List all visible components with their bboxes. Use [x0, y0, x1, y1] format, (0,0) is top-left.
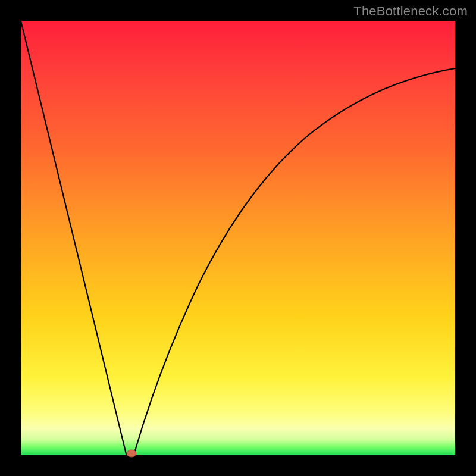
plot-area	[21, 21, 455, 455]
chart-frame: TheBottleneck.com	[0, 0, 476, 476]
curve-left-branch	[21, 21, 126, 454]
curve-right-branch	[134, 68, 455, 455]
min-marker	[127, 450, 136, 457]
curve-layer	[21, 21, 455, 455]
watermark-text: TheBottleneck.com	[353, 4, 468, 19]
